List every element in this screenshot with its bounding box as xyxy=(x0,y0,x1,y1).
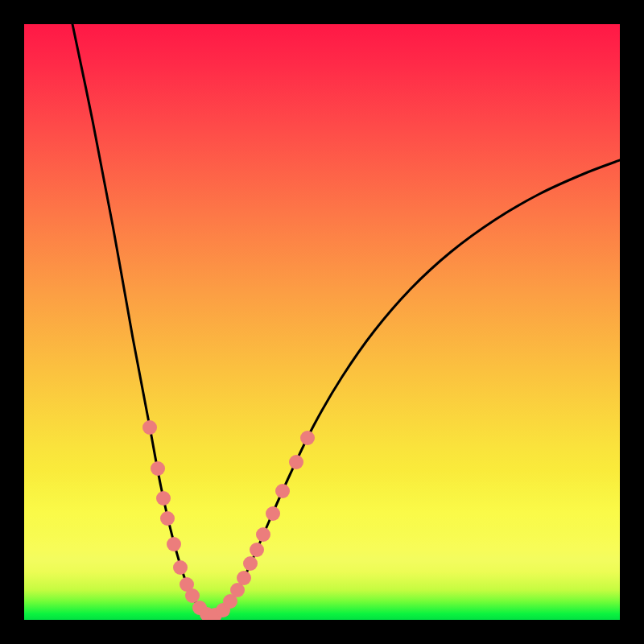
black-frame xyxy=(0,0,644,644)
